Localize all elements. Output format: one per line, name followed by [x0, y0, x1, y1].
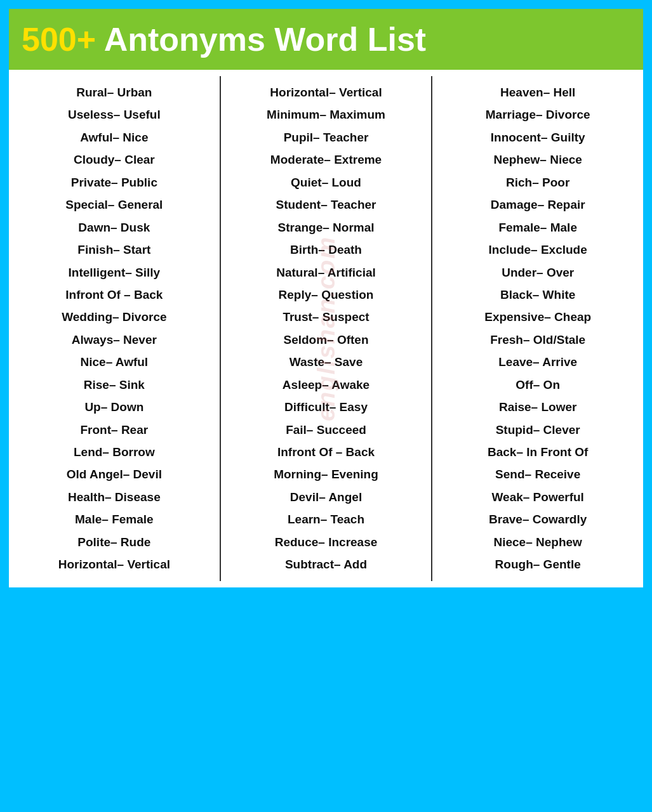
- word-pair: Female– Male: [498, 216, 577, 239]
- word-pair: Fail– Succeed: [286, 419, 366, 441]
- word-pair: Up– Down: [84, 396, 143, 418]
- word-pair: Natural– Artificial: [276, 261, 376, 284]
- word-pair: Finish– Start: [77, 239, 150, 261]
- word-pair: Reply– Question: [279, 284, 374, 306]
- word-pair: Difficult– Easy: [284, 396, 368, 418]
- word-pair: Strange– Normal: [277, 216, 374, 239]
- main-container: 500+ Antonyms Word List englishan.com Ru…: [6, 6, 646, 590]
- word-pair: Trust– Suspect: [283, 306, 369, 328]
- word-pair: Nephew– Niece: [493, 148, 582, 171]
- word-pair: Include– Exclude: [489, 239, 587, 261]
- word-pair: Lend– Borrow: [74, 441, 155, 463]
- word-pair: Minimum– Maximum: [267, 103, 385, 126]
- word-pair: Rise– Sink: [84, 374, 145, 396]
- word-pair: Polite– Rude: [77, 531, 150, 553]
- word-pair: Quiet– Loud: [291, 171, 361, 193]
- word-pair: Health– Disease: [68, 486, 161, 508]
- word-pair: Rough– Gentle: [495, 553, 581, 575]
- column-2: Horizontal– VerticalMinimum– MaximumPupi…: [221, 76, 433, 581]
- word-pair: Black– White: [500, 284, 575, 306]
- word-pair: Raise– Lower: [499, 396, 577, 418]
- page-title: 500+ Antonyms Word List: [22, 20, 630, 58]
- word-pair: Horizontal– Vertical: [58, 553, 170, 575]
- word-pair: Off– On: [516, 374, 560, 396]
- word-pair: Fresh– Old/Stale: [490, 329, 585, 351]
- word-pair: Cloudy– Clear: [74, 148, 155, 171]
- word-pair: Weak– Powerful: [491, 486, 583, 508]
- column-3: Heaven– HellMarriage– DivorceInnocent– G…: [432, 76, 643, 581]
- word-pair: Nice– Awful: [81, 351, 149, 373]
- word-pair: Learn– Teach: [288, 508, 364, 530]
- word-pair: Stupid– Clever: [496, 419, 580, 441]
- word-pair: Devil– Angel: [290, 486, 362, 508]
- word-pair: Old Angel– Devil: [67, 463, 162, 485]
- word-pair: Dawn– Dusk: [78, 216, 150, 239]
- word-pair: Infront Of – Back: [65, 284, 163, 306]
- word-pair: Pupil– Teacher: [284, 126, 369, 148]
- word-pair: Under– Over: [502, 261, 574, 284]
- word-pair: Expensive– Cheap: [484, 306, 591, 328]
- word-pair: Private– Public: [71, 171, 157, 193]
- word-pair: Marriage– Divorce: [486, 103, 590, 126]
- word-pair: Innocent– Guilty: [491, 126, 585, 148]
- word-pair: Niece– Nephew: [493, 531, 582, 553]
- word-pair: Student– Teacher: [276, 193, 376, 216]
- columns-container: Rural– UrbanUseless– UsefulAwful– NiceCl…: [9, 70, 643, 587]
- word-pair: Horizontal– Vertical: [270, 81, 382, 103]
- column-1: Rural– UrbanUseless– UsefulAwful– NiceCl…: [9, 76, 221, 581]
- word-pair: Front– Rear: [81, 419, 149, 441]
- word-pair: Waste– Save: [289, 351, 363, 373]
- word-pair: Useless– Useful: [68, 103, 161, 126]
- word-pair: Damage– Repair: [491, 193, 585, 216]
- content-area: englishan.com Rural– UrbanUseless– Usefu…: [9, 70, 643, 587]
- word-pair: Moderate– Extreme: [270, 148, 382, 171]
- word-pair: Wedding– Divorce: [62, 306, 166, 328]
- word-pair: Rural– Urban: [76, 81, 152, 103]
- word-pair: Awful– Nice: [80, 126, 148, 148]
- word-pair: Male– Female: [75, 508, 154, 530]
- word-pair: Always– Never: [72, 329, 157, 351]
- title-text: Antonyms Word List: [96, 21, 426, 58]
- word-pair: Special– General: [65, 193, 163, 216]
- word-pair: Morning– Evening: [274, 463, 378, 485]
- word-pair: Birth– Death: [290, 239, 362, 261]
- word-pair: Rich– Poor: [506, 171, 569, 193]
- word-pair: Infront Of – Back: [277, 441, 375, 463]
- word-pair: Asleep– Awake: [283, 374, 369, 396]
- word-pair: Brave– Cowardly: [489, 508, 587, 530]
- title-number: 500+: [22, 21, 96, 58]
- word-pair: Intelligent– Silly: [69, 261, 161, 284]
- word-pair: Reduce– Increase: [275, 531, 378, 553]
- word-pair: Back– In Front Of: [488, 441, 588, 463]
- word-pair: Leave– Arrive: [498, 351, 577, 373]
- page-header: 500+ Antonyms Word List: [9, 9, 643, 70]
- word-pair: Seldom– Often: [283, 329, 368, 351]
- word-pair: Subtract– Add: [285, 553, 367, 575]
- word-pair: Heaven– Hell: [500, 81, 575, 103]
- word-pair: Send– Receive: [495, 463, 580, 485]
